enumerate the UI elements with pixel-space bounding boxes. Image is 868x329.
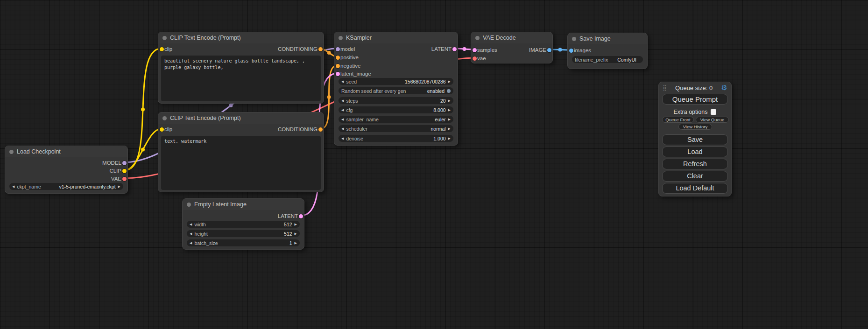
node-header[interactable]: Empty Latent Image (183, 199, 304, 210)
height-widget[interactable]: ◀ height 512 ▶ (187, 230, 300, 237)
increment-arrow-icon[interactable]: ▶ (118, 185, 120, 189)
collapse-dot-icon[interactable] (9, 150, 14, 154)
denoise-widget[interactable]: ◀ denoise 1.000 ▶ (339, 135, 453, 142)
increment-arrow-icon[interactable]: ▶ (295, 232, 297, 236)
decrement-arrow-icon[interactable]: ◀ (341, 108, 344, 112)
clip-input-dot[interactable] (160, 47, 164, 51)
widget-value: enabled (427, 88, 445, 94)
widget-value: 156680208700286 (405, 79, 446, 84)
random-seed-toggle-widget[interactable]: Random seed after every gen enabled (339, 87, 453, 94)
latent-image-input-dot[interactable] (336, 72, 340, 76)
increment-arrow-icon[interactable]: ▶ (448, 137, 451, 140)
decrement-arrow-icon[interactable]: ◀ (12, 185, 14, 189)
steps-widget[interactable]: ◀ steps 20 ▶ (339, 97, 453, 104)
node-header[interactable]: Save Image (568, 33, 647, 44)
save-button[interactable]: Save (662, 134, 728, 145)
increment-arrow-icon[interactable]: ▶ (448, 108, 451, 112)
ckpt-name-widget[interactable]: ◀ ckpt_name v1-5-pruned-emaonly.ckpt ▶ (9, 183, 123, 190)
widget-value: euler (435, 117, 445, 122)
image-output-dot[interactable] (547, 48, 551, 52)
conditioning-output-dot[interactable] (318, 127, 323, 132)
model-output-dot[interactable] (122, 161, 127, 165)
decrement-arrow-icon[interactable]: ◀ (190, 232, 192, 236)
node-header[interactable]: VAE Decode (471, 32, 552, 43)
toggle-enabled-dot[interactable] (447, 89, 451, 93)
batch-size-widget[interactable]: ◀ batch_size 1 ▶ (187, 239, 300, 246)
view-queue-button[interactable]: View Queue (696, 117, 729, 123)
widget-name: cfg (346, 107, 353, 113)
prompt-text-area[interactable]: text, watermark (161, 136, 321, 190)
slot-label-model: MODEL (102, 160, 121, 166)
prompt-text-area[interactable]: beautiful scenery nature glass bottle la… (161, 56, 321, 101)
increment-arrow-icon[interactable]: ▶ (448, 80, 451, 84)
sampler-name-widget[interactable]: ◀ sampler_name euler ▶ (339, 116, 453, 123)
settings-gear-icon[interactable]: ⚙ (721, 84, 727, 92)
clip-input-dot[interactable] (160, 127, 164, 132)
clear-button[interactable]: Clear (662, 171, 728, 182)
decrement-arrow-icon[interactable]: ◀ (341, 137, 344, 140)
decrement-arrow-icon[interactable]: ◀ (341, 118, 344, 121)
latent-output-dot[interactable] (299, 214, 303, 218)
slot-label-model: model (340, 46, 355, 52)
collapse-dot-icon[interactable] (162, 36, 167, 40)
collapse-dot-icon[interactable] (162, 116, 167, 120)
filename-prefix-widget[interactable]: filename_prefix ComfyUI (572, 56, 643, 63)
slot-row: clip CONDITIONING (164, 126, 318, 132)
clip-output-dot[interactable] (122, 169, 127, 173)
collapse-dot-icon[interactable] (572, 37, 576, 41)
increment-arrow-icon[interactable]: ▶ (295, 241, 297, 245)
decrement-arrow-icon[interactable]: ◀ (190, 241, 192, 245)
node-header[interactable]: KSampler (334, 32, 458, 43)
seed-widget[interactable]: ◀ seed 156680208700286 ▶ (339, 78, 453, 85)
latent-output-dot[interactable] (452, 47, 457, 51)
queue-size-label: Queue size: 0 (675, 84, 713, 91)
queue-prompt-button[interactable]: Queue Prompt (662, 94, 728, 105)
increment-arrow-icon[interactable]: ▶ (448, 118, 451, 121)
node-save-image[interactable]: Save Image images filename_prefix ComfyU… (567, 33, 648, 69)
view-history-button[interactable]: View History (678, 124, 712, 130)
menu-drag-handle-icon[interactable]: ⣿ (663, 84, 667, 91)
model-input-dot[interactable] (336, 47, 340, 51)
collapse-dot-icon[interactable] (187, 203, 191, 207)
node-empty-latent-image[interactable]: Empty Latent Image LATENT ◀ width 512 ▶ … (182, 198, 304, 250)
queue-front-button[interactable]: Queue Front (662, 117, 694, 123)
node-ksampler[interactable]: KSampler model LATENT positive negative … (334, 32, 458, 146)
increment-arrow-icon[interactable]: ▶ (448, 99, 451, 103)
increment-arrow-icon[interactable]: ▶ (295, 223, 297, 226)
node-header[interactable]: CLIP Text Encode (Prompt) (158, 32, 324, 43)
vae-input-dot[interactable] (473, 56, 477, 61)
node-header[interactable]: Load Checkpoint (5, 146, 127, 157)
queue-menu-panel[interactable]: ⣿ Queue size: 0 ⚙ Queue Prompt Extra opt… (658, 82, 732, 196)
collapse-dot-icon[interactable] (339, 36, 343, 40)
width-widget[interactable]: ◀ width 512 ▶ (187, 221, 300, 228)
load-button[interactable]: Load (662, 147, 728, 157)
images-input-dot[interactable] (569, 49, 573, 53)
extra-options-checkbox[interactable] (711, 109, 716, 115)
slot-label-vae: VAE (111, 176, 121, 182)
collapse-dot-icon[interactable] (475, 36, 480, 40)
widget-name: scheduler (346, 126, 367, 132)
slot-label-vae: vae (477, 56, 486, 61)
positive-input-dot[interactable] (336, 56, 340, 60)
samples-input-dot[interactable] (473, 48, 477, 52)
node-clip-text-encode-negative[interactable]: CLIP Text Encode (Prompt) clip CONDITION… (158, 112, 324, 192)
node-load-checkpoint[interactable]: Load Checkpoint MODEL CLIP VAE ◀ ckpt_na… (5, 146, 128, 194)
cfg-widget[interactable]: ◀ cfg 8.000 ▶ (339, 106, 453, 113)
refresh-button[interactable]: Refresh (662, 159, 728, 169)
conditioning-output-dot[interactable] (318, 47, 323, 51)
decrement-arrow-icon[interactable]: ◀ (341, 99, 344, 103)
increment-arrow-icon[interactable]: ▶ (448, 127, 451, 131)
node-graph-canvas[interactable]: Load Checkpoint MODEL CLIP VAE ◀ ckpt_na… (0, 0, 868, 329)
node-vae-decode[interactable]: VAE Decode samples IMAGE vae (471, 32, 553, 63)
node-header[interactable]: CLIP Text Encode (Prompt) (158, 112, 324, 124)
decrement-arrow-icon[interactable]: ◀ (341, 127, 344, 131)
scheduler-widget[interactable]: ◀ scheduler normal ▶ (339, 125, 453, 132)
load-default-button[interactable]: Load Default (662, 183, 728, 194)
node-title: KSampler (346, 35, 372, 41)
node-clip-text-encode-positive[interactable]: CLIP Text Encode (Prompt) clip CONDITION… (158, 32, 324, 104)
decrement-arrow-icon[interactable]: ◀ (190, 223, 192, 226)
decrement-arrow-icon[interactable]: ◀ (341, 80, 344, 84)
negative-input-dot[interactable] (336, 64, 340, 68)
vae-output-dot[interactable] (122, 177, 127, 181)
slot-row: model LATENT (340, 46, 452, 52)
